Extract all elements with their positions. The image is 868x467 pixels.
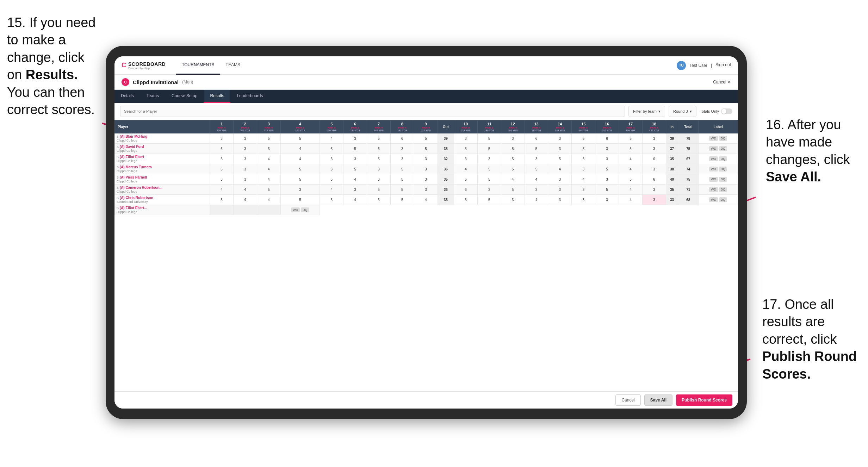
score-hole-9[interactable]: 5 [414,144,438,154]
score-hole-6[interactable]: 3 [343,133,367,144]
score-hole-5[interactable]: 3 [320,144,343,154]
score-hole-8[interactable]: 3 [390,154,414,164]
score-hole-7[interactable]: 3 [367,174,391,185]
score-hole-10[interactable]: 4 [454,164,478,174]
score-hole-17[interactable]: 5 [619,174,643,185]
score-hole-12[interactable]: 3 [501,133,525,144]
dq-button[interactable]: DQ [719,197,727,202]
sign-out-link[interactable]: Sign out [715,62,731,68]
score-hole-6[interactable]: 3 [343,154,367,164]
score-hole-3[interactable]: 4 [257,154,280,164]
score-hole-2[interactable]: 4 [233,185,257,195]
dq-button[interactable]: DQ [719,146,727,151]
score-hole-7[interactable]: 5 [367,133,391,144]
score-hole-18[interactable]: 3 [642,195,666,205]
score-hole-2[interactable]: 3 [233,154,257,164]
score-hole-11[interactable]: 5 [477,195,501,205]
score-hole-2[interactable]: 3 [233,164,257,174]
score-hole-10[interactable]: 3 [454,195,478,205]
score-hole-15[interactable]: 4 [572,174,595,185]
score-hole-5[interactable]: 5 [320,174,343,185]
score-hole-18[interactable]: 3 [642,133,666,144]
score-hole-5[interactable]: 4 [320,133,343,144]
score-hole-14[interactable]: 3 [548,144,572,154]
score-hole-15[interactable]: 5 [572,195,595,205]
player-link[interactable]: (A) Elliot Ebert... [120,206,147,210]
wd-button[interactable]: WD [709,167,718,172]
score-hole-5[interactable]: 3 [320,154,343,164]
score-hole-10[interactable]: 3 [454,144,478,154]
score-hole-4[interactable]: 3 [280,185,320,195]
score-hole-16[interactable]: 5 [595,185,619,195]
score-hole-4[interactable]: 5 [280,133,320,144]
score-hole-16[interactable]: 3 [595,144,619,154]
wd-button[interactable]: WD [709,177,718,182]
score-hole-18[interactable]: 3 [642,144,666,154]
wd-button[interactable]: WD [291,207,300,212]
score-hole-9[interactable]: 3 [414,185,438,195]
score-hole-13[interactable]: 5 [525,164,548,174]
score-hole-3[interactable]: 4 [257,164,280,174]
score-hole-8[interactable]: 5 [390,164,414,174]
score-hole-12[interactable]: 4 [501,174,525,185]
score-hole-14[interactable]: 4 [548,164,572,174]
totals-switch[interactable] [721,108,732,114]
score-hole-7[interactable]: 3 [367,195,391,205]
score-hole-12[interactable]: 3 [501,195,525,205]
score-hole-1[interactable]: 3 [210,174,234,185]
score-hole-18[interactable]: 6 [642,154,666,164]
score-hole-17[interactable]: 4 [619,195,643,205]
dq-button[interactable]: DQ [719,156,727,161]
score-hole-12[interactable]: 5 [501,144,525,154]
score-hole-11[interactable]: 5 [477,144,501,154]
cancel-tournament-button[interactable]: Cancel ✕ [713,80,731,85]
wd-button[interactable]: WD [709,197,718,202]
player-link[interactable]: (A) Blair McHarg [120,135,147,138]
score-hole-9[interactable]: 3 [414,164,438,174]
search-input[interactable] [120,106,625,117]
score-hole-7[interactable]: 5 [367,154,391,164]
score-hole-18[interactable]: 6 [642,174,666,185]
score-hole-11[interactable]: 5 [477,174,501,185]
score-hole-11[interactable]: 3 [477,154,501,164]
score-hole-15[interactable]: 3 [572,164,595,174]
score-hole-14[interactable]: 3 [548,195,572,205]
score-hole-9[interactable]: 5 [414,133,438,144]
score-hole-7[interactable]: 5 [367,185,391,195]
score-hole-9[interactable]: 3 [414,174,438,185]
score-hole-15[interactable]: 5 [572,144,595,154]
score-hole-12[interactable]: 5 [501,164,525,174]
player-link[interactable]: (A) Marcus Turners [120,165,152,169]
score-hole-2[interactable]: 4 [233,195,257,205]
score-hole-10[interactable]: 6 [454,185,478,195]
score-hole-8[interactable]: 5 [390,174,414,185]
score-hole-16[interactable]: 3 [595,154,619,164]
score-hole-6[interactable]: 5 [343,144,367,154]
score-hole-11[interactable]: 3 [477,185,501,195]
score-hole-1[interactable]: 5 [210,164,234,174]
player-link[interactable]: (A) Piers Parnell [120,175,147,179]
score-hole-1[interactable]: 3 [210,195,234,205]
score-hole-8[interactable]: 5 [390,195,414,205]
score-hole-12[interactable]: 5 [501,185,525,195]
score-hole-5[interactable]: 3 [320,164,343,174]
dq-button[interactable]: DQ [301,207,309,212]
score-hole-15[interactable]: 3 [572,185,595,195]
wd-button[interactable]: WD [709,187,718,192]
score-hole-14[interactable]: 3 [548,174,572,185]
score-hole-2[interactable]: 3 [233,174,257,185]
score-hole-13[interactable]: 4 [525,195,548,205]
score-hole-8[interactable]: 3 [390,144,414,154]
score-hole-6[interactable]: 5 [343,164,367,174]
player-link[interactable]: (A) Cameron Robertson... [120,186,162,189]
round-selector-button[interactable]: Round 3 ▾ [669,106,696,117]
score-hole-11[interactable]: 5 [477,164,501,174]
score-hole-10[interactable]: 3 [454,154,478,164]
score-hole-3[interactable]: 5 [257,185,280,195]
score-hole-15[interactable]: 3 [572,154,595,164]
score-hole-5[interactable]: 3 [320,195,343,205]
score-hole-14[interactable]: 3 [548,133,572,144]
tab-teams[interactable]: Teams [140,90,165,103]
score-hole-4[interactable]: 5 [280,164,320,174]
dq-button[interactable]: DQ [719,177,727,182]
